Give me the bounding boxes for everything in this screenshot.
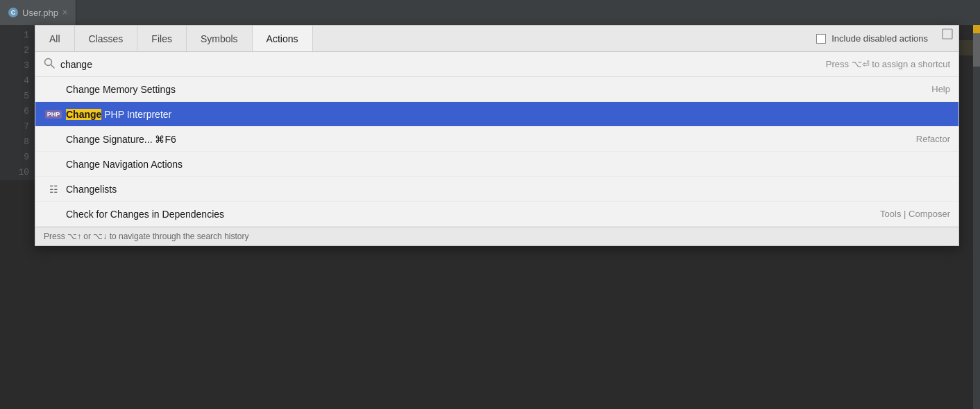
line-num-7: 7 [0, 119, 29, 134]
result-icon-php: PHP [44, 110, 63, 119]
line-num-1: 1 [0, 28, 29, 43]
tab-spacer [313, 26, 806, 51]
result-text-change-php: Change PHP Interpreter [66, 109, 950, 120]
line-num-4: 4 [0, 73, 29, 89]
line-num-10: 10 [0, 165, 29, 180]
result-text-check-changes: Check for Changes in Dependencies [66, 209, 875, 220]
result-category-change-memory: Help [931, 84, 950, 94]
settings-icon-button[interactable] [939, 26, 956, 42]
result-category-check-changes: Tools | Composer [880, 209, 950, 219]
search-popup: All Classes Files Symbols Actions Includ… [35, 25, 959, 246]
line-num-3: 3 [0, 58, 29, 73]
search-input[interactable]: change [60, 59, 826, 70]
file-type-icon: C [8, 8, 18, 17]
result-text-change-signature: Change Signature... ⌘F6 [66, 134, 911, 145]
svg-line-2 [51, 65, 55, 69]
search-row: change Press ⌥⏎ to assign a shortcut [35, 52, 958, 77]
tab-all[interactable]: All [35, 26, 75, 51]
magnify-icon [44, 58, 55, 69]
list-icon: ☷ [49, 184, 58, 195]
result-text-changelists: Changelists [66, 184, 950, 195]
result-item-change-php[interactable]: PHP Change PHP Interpreter [35, 102, 958, 127]
status-bar-text: Press ⌥↑ or ⌥↓ to navigate through the s… [44, 232, 248, 241]
status-bar: Press ⌥↑ or ⌥↓ to navigate through the s… [35, 227, 958, 245]
file-tab[interactable]: C User.php × [0, 0, 76, 25]
result-text-change-navigation: Change Navigation Actions [66, 159, 950, 170]
scroll-indicator-yellow [973, 25, 980, 33]
php-badge: PHP [45, 110, 62, 119]
line-num-6: 6 [0, 104, 29, 119]
include-disabled-label: Include disabled actions [831, 33, 928, 44]
highlight-change: Change [66, 109, 101, 120]
result-text-change-memory: Change Memory Settings [66, 84, 926, 95]
scrollbar-track[interactable] [973, 25, 980, 409]
tab-files[interactable]: Files [137, 26, 187, 51]
result-item-changelists[interactable]: ☷ Changelists [35, 177, 958, 202]
tab-close-button[interactable]: × [62, 8, 67, 17]
result-item-change-memory[interactable]: Change Memory Settings Help [35, 77, 958, 102]
popup-tabs-row: All Classes Files Symbols Actions Includ… [35, 26, 958, 52]
tab-bar: C User.php × [0, 0, 980, 25]
result-category-change-signature: Refactor [916, 134, 950, 144]
line-num-8: 8 [0, 134, 29, 150]
line-num-9: 9 [0, 150, 29, 165]
results-list: Change Memory Settings Help PHP Change P… [35, 77, 958, 227]
tab-filename: User.php [22, 8, 58, 18]
tab-symbols[interactable]: Symbols [187, 26, 253, 51]
search-icon [44, 58, 55, 71]
line-numbers: 1 2 3 4 5 6 7 8 9 10 [0, 25, 35, 180]
settings-icon [942, 28, 953, 40]
shortcut-hint: Press ⌥⏎ to assign a shortcut [826, 59, 950, 69]
line-num-5: 5 [0, 89, 29, 104]
include-disabled-checkbox[interactable] [816, 34, 826, 44]
result-item-change-navigation[interactable]: Change Navigation Actions [35, 152, 958, 177]
tab-classes[interactable]: Classes [75, 26, 138, 51]
result-icon-list: ☷ [44, 184, 63, 195]
result-item-check-changes[interactable]: Check for Changes in Dependencies Tools … [35, 202, 958, 227]
include-disabled-container: Include disabled actions [805, 26, 939, 51]
line-num-2: 2 [0, 43, 29, 58]
result-item-change-signature[interactable]: Change Signature... ⌘F6 Refactor [35, 127, 958, 152]
svg-rect-0 [943, 29, 952, 39]
tab-actions[interactable]: Actions [253, 26, 313, 51]
